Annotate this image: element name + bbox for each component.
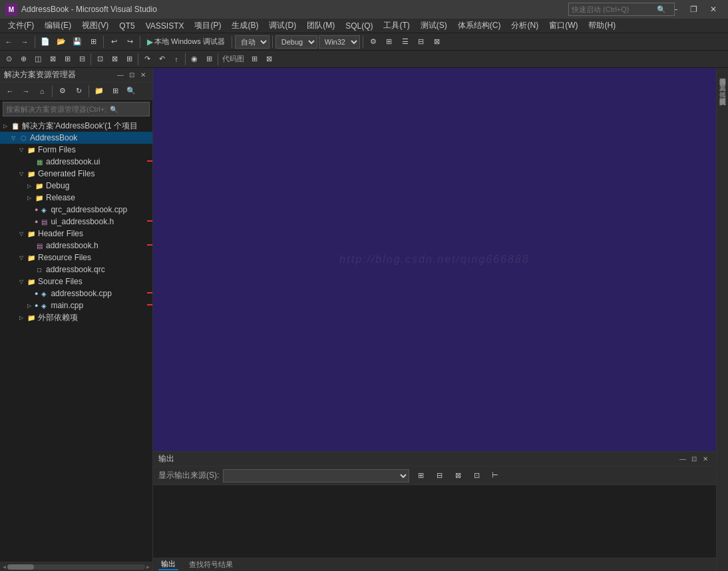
menu-team[interactable]: 团队(M) [301,19,340,33]
menu-tools[interactable]: 工具(T) [378,19,415,33]
tb2-btn4[interactable]: ⊠ [45,52,60,67]
tree-addressbook-h[interactable]: ▷ ▤ addressbook.h [0,240,152,252]
tree-release-folder[interactable]: ▷ 📁 Release [0,192,152,204]
tb2-debug-out[interactable]: ↑ [169,52,184,67]
se-back-btn[interactable]: ← [3,84,17,98]
tree-ui-h[interactable]: ▷ ● ▤ ui_addressbook.h [0,216,152,228]
tb-play-button[interactable]: ▶ 本地 Windows 调试器 [143,35,229,49]
tb-open-button[interactable]: 📂 [54,35,69,49]
menu-sql[interactable]: SQL(Q) [340,19,378,33]
debug-dropdown[interactable]: Debug [275,35,317,49]
tb2-debug-into[interactable]: ↶ [154,52,169,67]
output-tool-btn1[interactable]: ⊞ [413,469,428,483]
output-source-dropdown[interactable] [223,469,409,482]
se-refresh-btn[interactable]: ↻ [71,84,86,98]
tb2-btn7[interactable]: ⊡ [92,52,107,67]
tree-generated-files[interactable]: ▽ 📁 Generated Files [0,168,152,180]
scroll-left-icon[interactable]: ◂ [3,563,6,570]
tree-qrc-cpp[interactable]: ▷ ● ◈ qrc_addressbook.cpp [0,204,152,216]
output-content-area[interactable] [153,485,716,558]
se-search2-btn[interactable]: 🔍 [124,84,138,98]
tb2-btn3[interactable]: ◫ [31,52,45,67]
tb2-btn5[interactable]: ⊞ [60,52,75,67]
menu-test[interactable]: 测试(S) [415,19,453,33]
tb-undo-button[interactable]: ↩ [106,35,121,49]
panel-float-button[interactable]: ⊡ [126,70,137,81]
menu-help[interactable]: 帮助(H) [583,19,621,33]
tb2-codemap-btn[interactable]: ⊞ [247,52,262,67]
tree-header-files[interactable]: ▽ 📁 Header Files [0,228,152,240]
tree-addressbook-ui[interactable]: ▷ ▦ addressbook.ui [0,156,152,168]
restore-button[interactable]: ❐ [684,2,703,17]
bottom-tab-output[interactable]: 输出 [158,559,178,570]
tree-source-files[interactable]: ▽ 📁 Source Files [0,276,152,287]
output-pin-button[interactable]: — [677,454,688,465]
output-tool-btn5[interactable]: ⊢ [488,469,502,483]
menu-edit[interactable]: 编辑(E) [39,19,77,33]
tree-solution[interactable]: ▷ 📋 解决方案'AddressBook'(1 个项目 [0,120,152,132]
tb-misc4-button[interactable]: ⊟ [414,35,429,49]
menu-debug[interactable]: 调试(D) [264,19,301,33]
tree-addressbook-qrc[interactable]: ▷ □ addressbook.qrc [0,264,152,276]
se-hscroll[interactable]: ◂ ▸ [0,562,152,571]
menu-build[interactable]: 生成(B) [226,19,264,33]
output-float-button[interactable]: ⊡ [689,454,699,465]
tb2-btn2[interactable]: ⊕ [16,52,31,67]
tb2-extra-btn[interactable]: ⊠ [262,52,276,67]
editor-area[interactable]: http://blog.csdn.net/qing666888 [153,68,716,451]
tree-form-files[interactable]: ▽ 📁 Form Files [0,144,152,156]
close-button[interactable]: ✕ [704,2,723,17]
output-tool-btn2[interactable]: ⊟ [432,469,447,483]
menu-architecture[interactable]: 体系结构(C) [453,19,506,33]
tb2-btn9[interactable]: ⊞ [122,52,136,67]
tb-new-project-button[interactable]: 📄 [38,35,53,49]
right-tab-team[interactable]: 团队资源管理器 [717,91,729,96]
output-tool-btn4[interactable]: ⊡ [469,469,484,483]
quick-launch-input[interactable] [569,5,655,13]
tb-forward-button[interactable]: → [17,35,32,49]
se-home-btn[interactable]: ⌂ [35,84,49,98]
panel-pin-button[interactable]: — [115,70,126,81]
right-tab-server[interactable]: 服务器资源管理器 [717,71,729,76]
tb2-process-btn[interactable]: ◉ [187,52,202,67]
tb-misc3-button[interactable]: ☰ [398,35,413,49]
tb-back-button[interactable]: ← [1,35,16,49]
output-tool-btn3[interactable]: ⊠ [451,469,465,483]
solution-tree[interactable]: ▷ 📋 解决方案'AddressBook'(1 个项目 ▽ ⬡ AddressB… [0,118,152,562]
menu-window[interactable]: 窗口(W) [544,19,583,33]
tb2-debug-step[interactable]: ↷ [140,52,154,67]
tb2-btn1[interactable]: ⊙ [1,52,16,67]
se-forward-btn[interactable]: → [19,84,33,98]
win32-dropdown[interactable]: Win32 [319,35,360,49]
menu-vassistx[interactable]: VASSISTX [140,19,190,33]
menu-file[interactable]: 文件(F) [3,19,39,33]
tb-save-all-button[interactable]: ⊞ [86,35,100,49]
menu-analyze[interactable]: 分析(N) [506,19,544,33]
scroll-thumb[interactable] [7,564,34,570]
se-filter-btn[interactable]: ⊞ [108,84,122,98]
se-search-input[interactable] [3,105,110,113]
tree-external-deps[interactable]: ▷ 📁 外部依赖项 [0,311,152,323]
menu-view[interactable]: 视图(V) [77,19,114,33]
se-settings-btn[interactable]: ⚙ [55,84,70,98]
menu-project[interactable]: 项目(P) [189,19,226,33]
bottom-tab-find-symbols[interactable]: 查找符号结果 [186,560,236,570]
auto-dropdown[interactable]: 自动 [235,35,270,49]
scroll-track[interactable] [7,564,145,570]
se-search-box[interactable]: 🔍 [3,102,150,116]
tb-redo-button[interactable]: ↪ [122,35,137,49]
tb2-btn6[interactable]: ⊟ [75,52,89,67]
tb2-btn8[interactable]: ⊠ [107,52,122,67]
right-tab-toolbox[interactable]: 工具箱 [717,77,729,83]
scroll-right-icon[interactable]: ▸ [146,563,150,570]
tb-misc1-button[interactable]: ⚙ [366,35,381,49]
se-folder-btn[interactable]: 📁 [92,84,106,98]
tb-misc2-button[interactable]: ⊞ [382,35,397,49]
tree-main-cpp[interactable]: ▷ ● ◈ main.cpp [0,299,152,311]
output-close-button[interactable]: ✕ [700,454,711,465]
panel-close-button[interactable]: ✕ [138,70,148,81]
tb2-thread-btn[interactable]: ⊞ [202,52,216,67]
tb-save-button[interactable]: 💾 [70,35,85,49]
tree-addressbook-cpp[interactable]: ▷ ● ◈ addressbook.cpp [0,287,152,299]
menu-qt5[interactable]: QT5 [114,19,140,33]
